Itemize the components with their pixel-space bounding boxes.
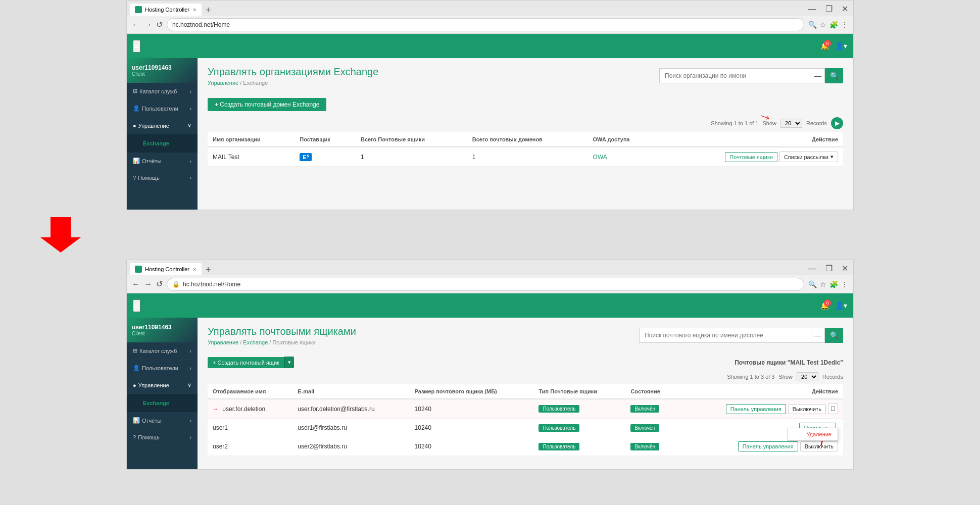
action-btns-row2: Панель у... Удаление <box>684 423 838 433</box>
search-minus-btn-2[interactable]: — <box>811 328 825 343</box>
sidebar-item-users-2[interactable]: 👤 Пользователи › <box>127 360 198 377</box>
star-icon-1[interactable]: ☆ <box>820 21 826 29</box>
col-domains-1: Всего почтовых доменов <box>467 132 588 147</box>
sidebar-item-help-2[interactable]: ? Помощь › <box>127 429 198 446</box>
page: Hosting Controller ✕ + — ❐ ✕ ← → ↺ hc.ho… <box>0 0 980 505</box>
sidebar-item-catalog-2[interactable]: ⊞ Каталог служб › <box>127 342 198 360</box>
manage-icon-1: ● <box>133 123 136 129</box>
help-icon-2: ? <box>133 434 136 440</box>
reports-arrow-2: › <box>189 418 191 424</box>
catalog-arrow-2: › <box>189 348 191 354</box>
sidebar-menu-2: ⊞ Каталог служб › 👤 Пользователи › ● Упр… <box>127 342 198 446</box>
sidebar-item-help-1[interactable]: ? Помощь › <box>127 170 198 186</box>
search-btn-2[interactable]: 🔍 <box>825 328 843 343</box>
ext-icon-2[interactable]: 🧩 <box>829 280 838 288</box>
breadcrumb-manage-1[interactable]: Управление <box>208 80 238 86</box>
control-panel-btn-1[interactable]: Панель управления <box>726 404 786 414</box>
star-icon-2[interactable]: ☆ <box>820 280 826 288</box>
window-restore-2[interactable]: ❐ <box>823 264 835 273</box>
display-name-text-1: user.for.deletion <box>222 406 265 413</box>
url-text-2: hc.hoztnod.net/Home <box>183 281 240 288</box>
sidebar-item-reports-1[interactable]: 📊 Отчёты › <box>127 153 198 170</box>
mailbox-search-input-2[interactable] <box>639 328 811 343</box>
show-select-2[interactable]: 20 <box>797 372 818 381</box>
header-icons-1: 🔔0 👤▾ <box>820 42 847 50</box>
tab-close-2[interactable]: ✕ <box>192 267 197 272</box>
user-icon-1[interactable]: 👤▾ <box>835 42 847 50</box>
hamburger-btn-2[interactable]: ≡ <box>133 299 140 312</box>
user-icon-2[interactable]: 👤▾ <box>835 301 847 310</box>
manage-arrow-1: ∨ <box>187 122 191 129</box>
arrow-section <box>0 210 980 260</box>
reports-label-2: Отчёты <box>142 418 189 424</box>
menu-icon-2[interactable]: ⋮ <box>841 280 848 288</box>
control-panel-btn-3[interactable]: Панель управления <box>738 441 798 451</box>
forward-btn-2[interactable]: → <box>144 280 152 289</box>
users-arrow-2: › <box>189 365 191 371</box>
show-label-2: Show <box>779 374 793 380</box>
page-title-1: Управлять организациями Exchange <box>208 66 378 78</box>
sidebar-item-reports-2[interactable]: 📊 Отчёты › <box>127 412 198 429</box>
exchange-icon-1: E⁵ <box>300 153 311 161</box>
window-restore-1[interactable]: ❐ <box>823 4 835 14</box>
new-tab-btn-2[interactable]: + <box>203 265 214 275</box>
type-badge-3: Пользователь <box>538 443 579 450</box>
tab-favicon-2 <box>135 266 142 273</box>
sidebar-item-users-1[interactable]: 👤 Пользователи › <box>127 100 198 117</box>
window-minimize-2[interactable]: — <box>806 264 818 273</box>
window-close-2[interactable]: ✕ <box>840 264 850 273</box>
records-label-2: Records <box>822 374 843 380</box>
reports-arrow-1: › <box>189 158 191 164</box>
create-exchange-btn-1[interactable]: + Создать почтовый домен Exchange <box>208 98 326 111</box>
ext-icon-1[interactable]: 🧩 <box>829 21 838 29</box>
new-tab-btn-1[interactable]: + <box>203 5 214 16</box>
sidebar-item-manage-1[interactable]: ● Управление ∨ <box>127 117 198 134</box>
browser-tab-1[interactable]: Hosting Controller ✕ <box>130 4 202 16</box>
reload-btn-1[interactable]: ↺ <box>156 20 163 29</box>
breadcrumb-manage-2[interactable]: Управление <box>208 339 238 345</box>
forward-btn-1[interactable]: → <box>144 20 152 29</box>
type-badge-2: Пользователь <box>538 424 579 432</box>
top-right-badge-1[interactable]: ▶ <box>831 117 843 129</box>
sidebar-sub-exchange-2[interactable]: Exchange <box>139 397 198 409</box>
lists-btn-1[interactable]: Списки рассылки ▾ <box>779 152 838 162</box>
hamburger-btn-1[interactable]: ≡ <box>133 40 140 53</box>
back-btn-1[interactable]: ← <box>132 20 140 29</box>
lists-dropdown-arrow-1: ▾ <box>830 154 834 160</box>
breadcrumb-exchange-2[interactable]: Exchange <box>243 339 268 345</box>
reload-btn-2[interactable]: ↺ <box>156 279 163 289</box>
col-size-2: Размер почтового ящика (МБ) <box>410 384 534 399</box>
search-btn-1[interactable]: 🔍 <box>825 68 843 83</box>
sidebar-item-catalog-1[interactable]: ⊞ Каталог служб › <box>127 83 198 100</box>
back-btn-2[interactable]: ← <box>132 280 140 289</box>
org-search-input-1[interactable] <box>659 68 811 83</box>
url-box-2[interactable]: 🔒 hc.hoztnod.net/Home <box>167 278 804 291</box>
app-header-1: ≡ 🔔0 👤▾ <box>127 34 853 58</box>
window-close-1[interactable]: ✕ <box>840 4 850 14</box>
browser-tab-2[interactable]: Hosting Controller ✕ <box>130 263 202 275</box>
window-minimize-1[interactable]: — <box>806 5 818 14</box>
page-title-text-2: Управлять почтовыми ящиками <box>208 326 356 337</box>
create-mailbox-btn-2[interactable]: + Создать почтовый ящик <box>208 357 284 368</box>
more-btn-1[interactable]: ☐ <box>828 403 838 414</box>
url-box-1[interactable]: hc.hoztnod.net/Home <box>167 18 804 31</box>
create-mailbox-dropdown-btn-2[interactable]: ▾ <box>284 357 294 368</box>
disable-btn-1[interactable]: Выключить <box>788 404 826 414</box>
notification-icon-1[interactable]: 🔔0 <box>820 42 829 50</box>
col-action-1: Действие <box>658 132 843 147</box>
notification-icon-2[interactable]: 🔔0 <box>820 301 829 310</box>
org-badge-2: Почтовые ящики "MAIL Test 1Dedic" <box>734 359 843 366</box>
menu-icon-1[interactable]: ⋮ <box>841 21 848 29</box>
owa-link-1[interactable]: OWA <box>593 154 607 161</box>
show-select-1[interactable]: 20 <box>780 119 802 128</box>
sidebar-item-manage-2[interactable]: ● Управление ∨ <box>127 377 198 394</box>
mailboxes-btn-1[interactable]: Почтовые ящики <box>725 152 777 162</box>
header-icons-2: 🔔0 👤▾ <box>820 301 847 310</box>
delete-option[interactable]: Удаление <box>788 428 838 440</box>
search-minus-btn-1[interactable]: — <box>811 68 825 83</box>
tab-close-1[interactable]: ✕ <box>192 7 197 13</box>
sidebar-sub-exchange-1[interactable]: Exchange <box>139 137 198 149</box>
username-1: user11091463 <box>132 64 192 71</box>
sidebar-1: user11091463 Client ⊞ Каталог служб › 👤 … <box>127 58 198 210</box>
email-cell-1: user.for.deletion@firstlabs.ru <box>292 399 409 419</box>
